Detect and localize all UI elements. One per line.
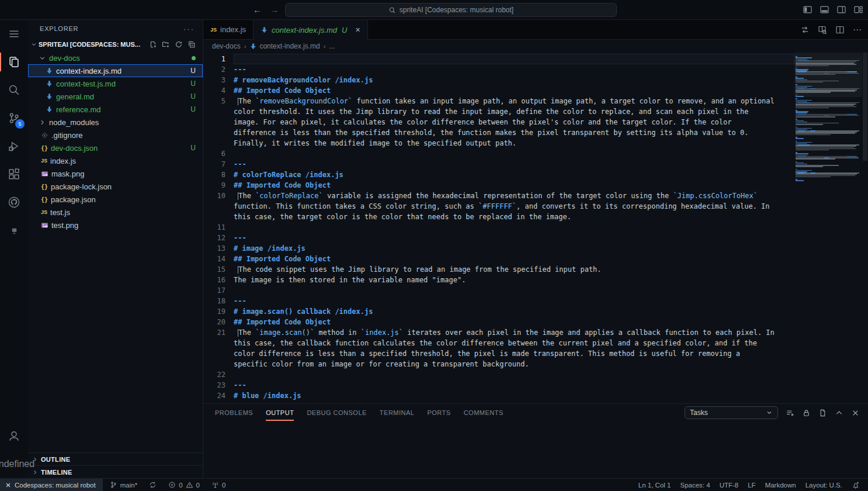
indentation[interactable]: Spaces: 4 bbox=[675, 479, 714, 491]
explorer-more-actions[interactable]: ··· bbox=[183, 25, 195, 33]
file-tree-item-context-test.js.md[interactable]: context-test.js.mdU bbox=[28, 77, 203, 90]
panel-tab-output[interactable]: OUTPUT bbox=[266, 404, 294, 421]
editor-line[interactable]: color threshold. It uses the Jimp librar… bbox=[203, 106, 794, 117]
editor-line[interactable]: this case, the callback function calcula… bbox=[203, 338, 794, 348]
activity-item-settings-gear[interactable]: undefined bbox=[0, 450, 28, 478]
activity-item-run-debug[interactable] bbox=[0, 132, 28, 160]
panel-tab-terminal[interactable]: TERMINAL bbox=[380, 404, 415, 421]
scrollbar-thumb[interactable] bbox=[863, 53, 867, 161]
editor-line-24[interactable]: 24# blue /index.js bbox=[203, 390, 794, 401]
new-folder-icon[interactable] bbox=[162, 40, 170, 49]
timeline-section[interactable]: TIMELINE bbox=[28, 465, 203, 478]
editor-line-14[interactable]: 14## Imported Code Object bbox=[203, 254, 794, 264]
editor-line-23[interactable]: 23--- bbox=[203, 380, 794, 390]
split-editor-icon[interactable] bbox=[835, 25, 845, 34]
file-tree-item-test.png[interactable]: test.png bbox=[28, 219, 203, 231]
file-tree-item-package.json[interactable]: {}package.json bbox=[28, 193, 203, 206]
editor-line-1[interactable]: 1 bbox=[203, 54, 794, 64]
editor-line-13[interactable]: 13# image /index.js bbox=[203, 243, 794, 254]
layout-panel-icon[interactable] bbox=[820, 5, 829, 15]
ports-status[interactable]: 0 bbox=[207, 479, 230, 491]
activity-item-extensions[interactable] bbox=[0, 160, 28, 188]
editor-line-20[interactable]: 20## Imported Code Object bbox=[203, 317, 794, 327]
editor-line-8[interactable]: 8# colorToReplace /index.js bbox=[203, 170, 794, 180]
remote-indicator[interactable]: Codespaces: musical robot bbox=[0, 479, 103, 491]
file-tree-item-index.js[interactable]: JSindex.js bbox=[28, 154, 203, 167]
editor-line-21[interactable]: 21 The `image.scan()` method in `index.j… bbox=[203, 327, 794, 338]
editor-line[interactable]: function. This function takes a CSS colo… bbox=[203, 201, 794, 212]
editor-scrollbar[interactable] bbox=[862, 53, 868, 403]
activity-item-search[interactable] bbox=[0, 76, 28, 104]
editor-line-16[interactable]: 16The image is then stored in the variab… bbox=[203, 275, 794, 285]
file-tree-item-mask.png[interactable]: mask.png bbox=[28, 167, 203, 180]
panel-tab-debug-console[interactable]: DEBUG CONSOLE bbox=[307, 404, 366, 421]
activity-item-source-control[interactable]: 5 bbox=[0, 104, 28, 132]
editor-line-15[interactable]: 15 The code snippet uses the Jimp librar… bbox=[203, 264, 794, 275]
cursor-position[interactable]: Ln 1, Col 1 bbox=[634, 479, 676, 491]
editor-line-5[interactable]: 5 The `removeBackgroundColor` function t… bbox=[203, 96, 794, 106]
file-tree-item-package-lock.json[interactable]: {}package-lock.json bbox=[28, 180, 203, 193]
output-channel-select[interactable]: Tasks bbox=[685, 406, 778, 419]
close-panel-icon[interactable] bbox=[851, 409, 860, 417]
minimap[interactable] bbox=[794, 53, 862, 403]
file-tree-item-reference.md[interactable]: reference.mdU bbox=[28, 103, 203, 116]
more-icon[interactable]: ⋯ bbox=[853, 25, 862, 35]
layout-sidebar-right-icon[interactable] bbox=[836, 5, 846, 15]
keyboard-layout[interactable]: Layout: U.S. bbox=[801, 479, 847, 491]
file-tree-item-test.js[interactable]: JStest.js bbox=[28, 206, 203, 219]
editor-line[interactable]: specific color from an image or for crea… bbox=[203, 359, 794, 369]
problems-status[interactable]: 00 bbox=[164, 479, 204, 491]
layout-sidebar-left-icon[interactable] bbox=[803, 5, 813, 15]
notifications[interactable] bbox=[847, 479, 864, 491]
branch-status[interactable]: main* bbox=[105, 479, 142, 491]
editor-line[interactable]: this case, the target color is the color… bbox=[203, 212, 794, 222]
editor-line-12[interactable]: 12--- bbox=[203, 233, 794, 243]
panel-tab-ports[interactable]: PORTS bbox=[427, 404, 450, 421]
editor-line-22[interactable]: 22 bbox=[203, 369, 794, 380]
maximize-panel-icon[interactable] bbox=[835, 409, 843, 417]
editor-tab-context-index.js.md[interactable]: context-index.js.mdU× bbox=[254, 20, 368, 40]
encoding[interactable]: UTF-8 bbox=[715, 479, 744, 491]
lock-icon[interactable] bbox=[802, 409, 811, 417]
open-output-editor-icon[interactable] bbox=[818, 409, 827, 417]
activity-item-dev-docs-extension[interactable] bbox=[0, 216, 28, 244]
editor-line-11[interactable]: 11 bbox=[203, 222, 794, 233]
workspace-section-header[interactable]: SPRITEAI [CODESPACES: MUS... bbox=[28, 37, 203, 51]
file-tree-item-general.md[interactable]: general.mdU bbox=[28, 90, 203, 103]
breadcrumb-item[interactable]: ... bbox=[329, 42, 335, 50]
editor-line[interactable]: image. For each pixel, it calculates the… bbox=[203, 117, 794, 127]
file-tree-item-context-index.js.md[interactable]: context-index.js.mdU bbox=[28, 64, 203, 77]
breadcrumb-item[interactable]: dev-docs bbox=[212, 42, 241, 50]
editor-line[interactable]: Finally, it writes the modified image to… bbox=[203, 138, 794, 148]
collapse-all-icon[interactable] bbox=[188, 40, 196, 49]
panel-tab-comments[interactable]: COMMENTS bbox=[464, 404, 504, 421]
editor-line-10[interactable]: 10 The `colorToReplace` variable is assi… bbox=[203, 191, 794, 201]
close-icon[interactable]: × bbox=[355, 25, 360, 34]
breadcrumb-item[interactable]: context-index.js.md bbox=[249, 42, 320, 50]
file-tree-item-.gitignore[interactable]: .gitignore bbox=[28, 129, 203, 141]
activity-item-files[interactable] bbox=[0, 48, 28, 76]
command-center-search[interactable]: spriteAI [Codespaces: musical robot] bbox=[285, 3, 617, 17]
open-changes-icon[interactable] bbox=[800, 25, 810, 34]
outline-section[interactable]: OUTLINE bbox=[28, 452, 203, 465]
output-panel-content[interactable] bbox=[203, 421, 868, 478]
language-mode[interactable]: Markdown bbox=[761, 479, 801, 491]
activity-item-menu[interactable] bbox=[0, 20, 28, 48]
clear-output-icon[interactable] bbox=[786, 409, 794, 417]
editor-line-18[interactable]: 18--- bbox=[203, 296, 794, 306]
activity-item-account[interactable] bbox=[0, 422, 28, 450]
activity-item-github[interactable] bbox=[0, 188, 28, 216]
file-tree-item-dev-docs[interactable]: dev-docs bbox=[28, 51, 203, 64]
editor-line-7[interactable]: 7--- bbox=[203, 159, 794, 170]
back-arrow-icon[interactable]: ← bbox=[253, 5, 262, 15]
editor-line-2[interactable]: 2--- bbox=[203, 64, 794, 75]
open-preview-icon[interactable] bbox=[818, 25, 827, 34]
refresh-icon[interactable] bbox=[175, 40, 183, 49]
new-file-icon[interactable] bbox=[149, 40, 157, 49]
editor-tab-index.js[interactable]: JSindex.js bbox=[203, 20, 254, 39]
editor-line-6[interactable]: 6 bbox=[203, 148, 794, 159]
editor-line-19[interactable]: 19# image.scan() callback /index.js bbox=[203, 306, 794, 317]
panel-tab-problems[interactable]: PROBLEMS bbox=[215, 404, 253, 421]
editor-line-9[interactable]: 9## Imported Code Object bbox=[203, 180, 794, 191]
eol[interactable]: LF bbox=[743, 479, 760, 491]
